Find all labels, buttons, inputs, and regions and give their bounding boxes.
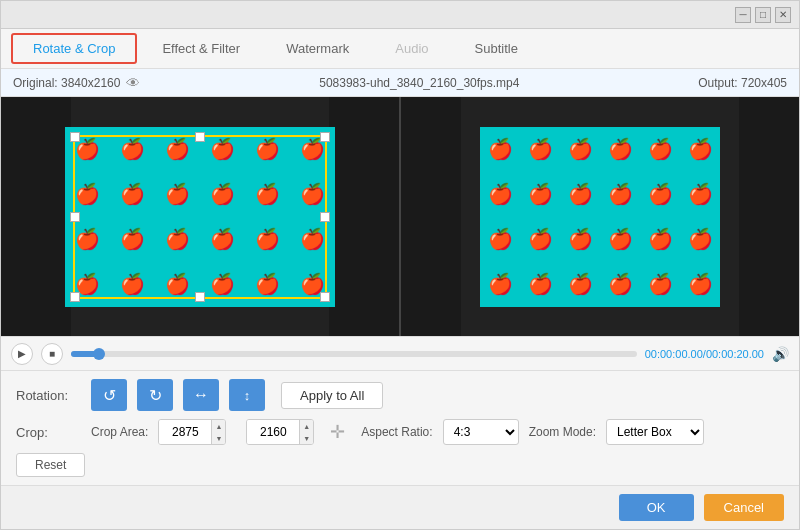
- width-spinner: ▲ ▼: [211, 420, 225, 444]
- controls-area: Rotation: ↺ ↻ ↔ ↕ Apply to All Crop: Cro…: [1, 370, 799, 485]
- left-video-panel: 🍎🍎🍎🍎🍎🍎 🍎🍎🍎🍎🍎🍎 🍎🍎🍎🍎🍎🍎 🍎🍎🍎🍎🍎🍎: [1, 97, 399, 336]
- ok-button[interactable]: OK: [619, 494, 694, 521]
- preview-area: 🍎🍎🍎🍎🍎🍎 🍎🍎🍎🍎🍎🍎 🍎🍎🍎🍎🍎🍎 🍎🍎🍎🍎🍎🍎: [1, 97, 799, 336]
- minimize-button[interactable]: ─: [735, 7, 751, 23]
- bottom-bar: OK Cancel: [1, 485, 799, 529]
- handle-top-left[interactable]: [70, 132, 80, 142]
- playback-bar: ▶ ■ 00:00:00.00/00:00:20.00 🔊: [1, 336, 799, 370]
- right-apple-canvas: 🍎🍎🍎🍎🍎🍎 🍎🍎🍎🍎🍎🍎 🍎🍎🍎🍎🍎🍎 🍎🍎🍎🍎🍎🍎: [480, 127, 720, 307]
- rotate-ccw-button[interactable]: ↺: [91, 379, 127, 411]
- stop-button[interactable]: ■: [41, 343, 63, 365]
- handle-bottom-right[interactable]: [320, 292, 330, 302]
- reset-row: Reset: [16, 453, 784, 477]
- maximize-button[interactable]: □: [755, 7, 771, 23]
- output-resolution: Output: 720x405: [698, 76, 787, 90]
- tab-effect-filter[interactable]: Effect & Filter: [141, 34, 261, 63]
- handle-top-right[interactable]: [320, 132, 330, 142]
- play-button[interactable]: ▶: [11, 343, 33, 365]
- height-spinner: ▲ ▼: [299, 420, 313, 444]
- flip-horizontal-button[interactable]: ↔: [183, 379, 219, 411]
- handle-bottom-left[interactable]: [70, 292, 80, 302]
- info-bar: Original: 3840x2160 👁 5083983-uhd_3840_2…: [1, 69, 799, 97]
- handle-middle-right[interactable]: [320, 212, 330, 222]
- cancel-button[interactable]: Cancel: [704, 494, 784, 521]
- crop-height-input-group: ▲ ▼: [246, 419, 314, 445]
- rotation-row: Rotation: ↺ ↻ ↔ ↕ Apply to All: [16, 379, 784, 411]
- handle-middle-left[interactable]: [70, 212, 80, 222]
- crop-label: Crop:: [16, 425, 81, 440]
- crop-area-label: Crop Area:: [91, 425, 148, 439]
- crop-height-input[interactable]: [247, 420, 299, 444]
- filename-display: 5083983-uhd_3840_2160_30fps.mp4: [319, 76, 519, 90]
- tab-audio: Audio: [374, 34, 449, 63]
- handle-bottom-center[interactable]: [195, 292, 205, 302]
- crop-row: Crop: Crop Area: ▲ ▼ ▲ ▼ ✛ Aspect Ratio:: [16, 419, 784, 445]
- width-spin-down[interactable]: ▼: [212, 432, 225, 444]
- progress-bar[interactable]: [71, 351, 637, 357]
- eye-icon[interactable]: 👁: [126, 75, 140, 91]
- handle-top-center[interactable]: [195, 132, 205, 142]
- tab-bar: Rotate & Crop Effect & Filter Watermark …: [1, 29, 799, 69]
- flip-vertical-button[interactable]: ↕: [229, 379, 265, 411]
- main-window: ─ □ ✕ Rotate & Crop Effect & Filter Wate…: [0, 0, 800, 530]
- aspect-ratio-label: Aspect Ratio:: [361, 425, 432, 439]
- zoom-mode-label: Zoom Mode:: [529, 425, 596, 439]
- cross-icon: ✛: [330, 421, 345, 443]
- tab-watermark[interactable]: Watermark: [265, 34, 370, 63]
- title-bar: ─ □ ✕: [1, 1, 799, 29]
- time-display: 00:00:00.00/00:00:20.00: [645, 348, 764, 360]
- crop-width-input-group: ▲ ▼: [158, 419, 226, 445]
- original-resolution: Original: 3840x2160 👁: [13, 75, 140, 91]
- crop-width-input[interactable]: [159, 420, 211, 444]
- reset-button[interactable]: Reset: [16, 453, 85, 477]
- tab-rotate-crop[interactable]: Rotate & Crop: [11, 33, 137, 64]
- tab-subtitle[interactable]: Subtitle: [454, 34, 539, 63]
- rotation-label: Rotation:: [16, 388, 81, 403]
- apply-to-all-button[interactable]: Apply to All: [281, 382, 383, 409]
- width-spin-up[interactable]: ▲: [212, 420, 225, 432]
- close-button[interactable]: ✕: [775, 7, 791, 23]
- height-spin-down[interactable]: ▼: [300, 432, 313, 444]
- volume-icon[interactable]: 🔊: [772, 346, 789, 362]
- zoom-mode-select[interactable]: Letter Box Pan & Scan Full: [606, 419, 704, 445]
- progress-thumb: [93, 348, 105, 360]
- left-apple-canvas: 🍎🍎🍎🍎🍎🍎 🍎🍎🍎🍎🍎🍎 🍎🍎🍎🍎🍎🍎 🍎🍎🍎🍎🍎🍎: [65, 127, 335, 307]
- crop-frame[interactable]: [73, 135, 327, 299]
- rotate-cw-button[interactable]: ↻: [137, 379, 173, 411]
- height-spin-up[interactable]: ▲: [300, 420, 313, 432]
- right-video-panel: 🍎🍎🍎🍎🍎🍎 🍎🍎🍎🍎🍎🍎 🍎🍎🍎🍎🍎🍎 🍎🍎🍎🍎🍎🍎: [401, 97, 799, 336]
- aspect-ratio-select[interactable]: 4:3 16:9 1:1 Full Custom: [443, 419, 519, 445]
